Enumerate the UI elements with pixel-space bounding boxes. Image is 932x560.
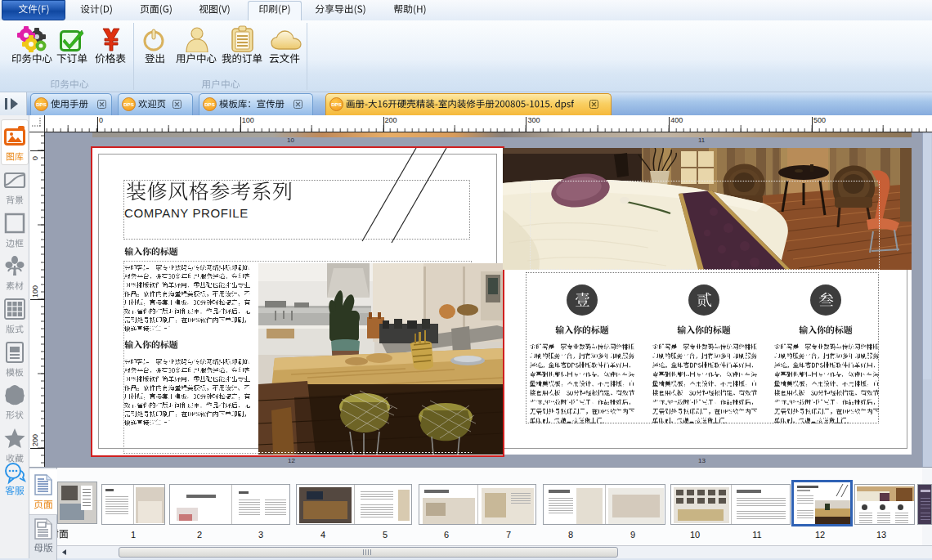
svg-text:DPS: DPS	[123, 101, 134, 107]
svg-text:0: 0	[31, 155, 39, 159]
svg-text:DPS: DPS	[36, 101, 47, 107]
svg-text:DPS: DPS	[331, 101, 342, 107]
svg-text:DPS: DPS	[204, 101, 215, 107]
svg-text:100: 100	[31, 284, 39, 297]
svg-text:200: 200	[31, 433, 39, 446]
